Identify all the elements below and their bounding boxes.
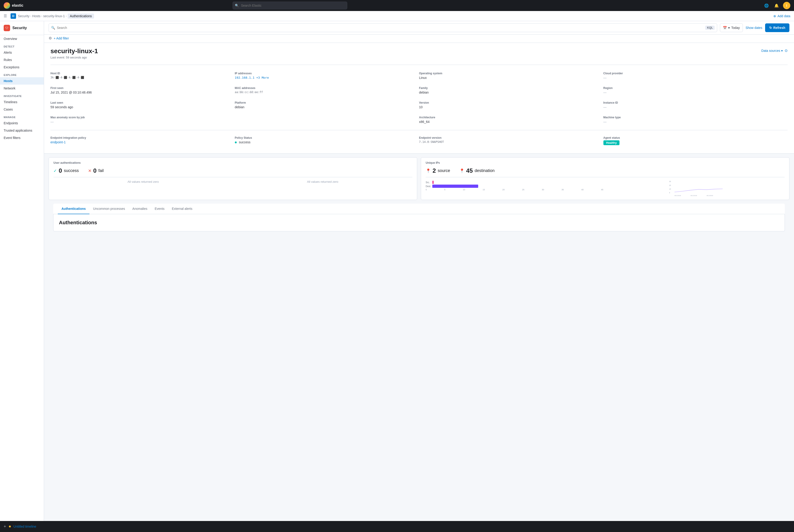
search-input-wrap[interactable]: 🔍 KQL	[49, 23, 717, 32]
refresh-button[interactable]: ↻ Refresh	[765, 23, 789, 32]
add-data-button[interactable]: ⊕ Add data	[773, 14, 790, 18]
breadcrumb-hosts[interactable]: Hosts	[32, 14, 41, 18]
filter-icon[interactable]: ⊙	[784, 49, 788, 53]
sidebar-item-endpoints[interactable]: Endpoints	[0, 119, 44, 127]
sidebar-item-trusted-apps[interactable]: Trusted applications	[0, 127, 44, 134]
ip-more-link[interactable]: +3 More	[256, 76, 269, 79]
sidebar-section-detect: Detect	[0, 42, 44, 49]
dest-label: destination	[474, 168, 494, 173]
sidebar-item-event-filters[interactable]: Event filters	[0, 134, 44, 141]
timeline-plus-button[interactable]: +	[4, 524, 6, 529]
svg-text:15: 15	[669, 188, 671, 190]
sidebar-item-overview[interactable]: Overview	[0, 35, 44, 42]
search-input[interactable]	[57, 26, 703, 30]
overview-label: Overview	[4, 37, 17, 41]
hamburger-menu[interactable]: ☰	[4, 14, 7, 18]
ip-stat-card: Unique IPs 📍 2 source 📍 45 destination	[421, 157, 789, 200]
space-avatar: D	[11, 13, 16, 19]
global-search-bar[interactable]: 🔍	[232, 2, 347, 10]
auth-card-title: User authentications	[53, 161, 412, 165]
tab-uncommon-processes[interactable]: Uncommon processes	[90, 204, 129, 214]
sidebar-title: Security	[12, 26, 27, 30]
refresh-icon: ↻	[769, 26, 772, 30]
global-search-input[interactable]	[232, 2, 347, 10]
meta-arch: Architecture x86_64	[419, 114, 603, 128]
endpoint-version-value: 7.14.0-SNAPSHOT	[419, 140, 600, 144]
meta-os: Operating system Linux	[419, 70, 603, 84]
meta-machine: Machine type —	[603, 114, 788, 128]
line-chart: 35 25 15 5 08-16 00:00 08-16 04:00 08-16…	[607, 180, 785, 196]
sidebar-item-rules[interactable]: Rules	[0, 56, 44, 63]
bar-src-fill	[432, 181, 434, 184]
sidebar-item-exceptions[interactable]: Exceptions	[0, 63, 44, 71]
dest-count: 45	[466, 167, 473, 174]
sidebar: 🛡 Security Overview Detect Alerts Rules …	[0, 21, 44, 532]
policy-value[interactable]: endpoint-1	[51, 140, 231, 144]
search-icon: 🔍	[235, 4, 239, 7]
date-value: Today	[731, 26, 740, 30]
svg-text:08-16 00:00: 08-16 00:00	[674, 195, 681, 196]
breadcrumb-sep-2: ›	[41, 15, 42, 18]
unique-ip-row: 📍 2 source 📍 45 destination	[426, 167, 784, 174]
globe-icon[interactable]: 🌐	[763, 2, 770, 9]
region-value: —	[603, 91, 784, 94]
user-avatar[interactable]: I	[783, 2, 790, 9]
success-dot	[235, 141, 237, 143]
svg-text:5: 5	[669, 192, 670, 193]
date-picker[interactable]: 📅 ▾ Today	[720, 23, 743, 32]
os-value: Linux	[419, 76, 600, 80]
zero-fail-msg: All values returned zero	[307, 180, 338, 184]
bar-src-label: Src.	[426, 181, 431, 184]
endpoint-policy: Endpoint integration policy endpoint-1	[51, 134, 235, 150]
date-dropdown-icon: ▾	[728, 26, 730, 30]
data-sources-label: Data sources	[761, 49, 780, 53]
sidebar-item-alerts[interactable]: Alerts	[0, 49, 44, 56]
data-sources-button[interactable]: Data sources ▾	[761, 49, 783, 53]
dest-ip-stat: 📍 45 destination	[459, 167, 495, 174]
sidebar-item-timelines[interactable]: Timelines	[0, 98, 44, 106]
check-icon: ✓	[53, 168, 57, 173]
breadcrumb-security[interactable]: Security	[18, 14, 30, 18]
sidebar-item-cases[interactable]: Cases	[0, 106, 44, 113]
add-data-icon: ⊕	[773, 14, 776, 18]
timeline-label[interactable]: Untitled timeline	[14, 525, 36, 528]
sidebar-section-manage: Manage	[0, 113, 44, 119]
breadcrumb-sep-1: ›	[31, 15, 32, 18]
svg-text:08-16 08:00: 08-16 08:00	[706, 195, 713, 196]
meta-host-id: Host ID 3k·⬛·4·⬛·k·⬛·4·⬛	[51, 70, 235, 84]
notifications-icon[interactable]: 🔔	[773, 2, 780, 9]
tab-anomalies[interactable]: Anomalies	[129, 204, 151, 214]
breadcrumb-host-name[interactable]: security-linux-1	[43, 14, 65, 18]
agent-status: Agent status Healthy	[603, 134, 788, 150]
host-last-event: Last event: 59 seconds ago	[51, 56, 98, 59]
ip-value[interactable]: 192.168.1.1 +3 More	[235, 76, 416, 79]
content-area: 🔍 KQL 📅 ▾ Today Show dates ↻ Refresh ⚙ +…	[44, 21, 794, 532]
breadcrumb-items: Security › Hosts › security-linux-1 › Au…	[18, 14, 94, 19]
machine-value: —	[603, 120, 784, 124]
meta-instance: Instance ID —	[603, 99, 788, 114]
tab-events[interactable]: Events	[151, 204, 168, 214]
top-navigation: elastic 🔍 🌐 🔔 I	[0, 0, 794, 11]
auth-section-title: Authentications	[59, 220, 779, 226]
success-label: success	[64, 168, 79, 173]
tab-external-alerts[interactable]: External alerts	[168, 204, 196, 214]
source-ip-stat: 📍 2 source	[426, 167, 450, 174]
source-label: source	[438, 168, 450, 173]
host-card: security-linux-1 Last event: 59 seconds …	[44, 43, 794, 154]
add-filter-button[interactable]: + Add filter	[54, 36, 69, 40]
filter-row2: ⚙ + Add filter	[44, 35, 794, 43]
fail-count: 0	[93, 167, 97, 174]
ip-card-title: Unique IPs	[426, 161, 784, 165]
mac-value: aa:bb:cc:dd:ee:ff	[235, 91, 416, 94]
auth-stat-card: User authentications ✓ 0 success ✕ 0 fai…	[49, 157, 417, 200]
show-dates-button[interactable]: Show dates	[745, 26, 762, 30]
calendar-icon: 📅	[723, 26, 727, 30]
sidebar-item-hosts[interactable]: Hosts	[0, 77, 44, 84]
auth-section: Authentications	[53, 214, 785, 231]
fail-label: fail	[98, 168, 104, 173]
meta-max-anomaly: Max anomaly score by job —	[51, 114, 235, 128]
sidebar-item-network[interactable]: Network	[0, 84, 44, 92]
svg-text:25: 25	[669, 185, 671, 186]
tab-authentications[interactable]: Authentications	[58, 204, 90, 214]
elastic-logo[interactable]: elastic	[4, 2, 23, 9]
